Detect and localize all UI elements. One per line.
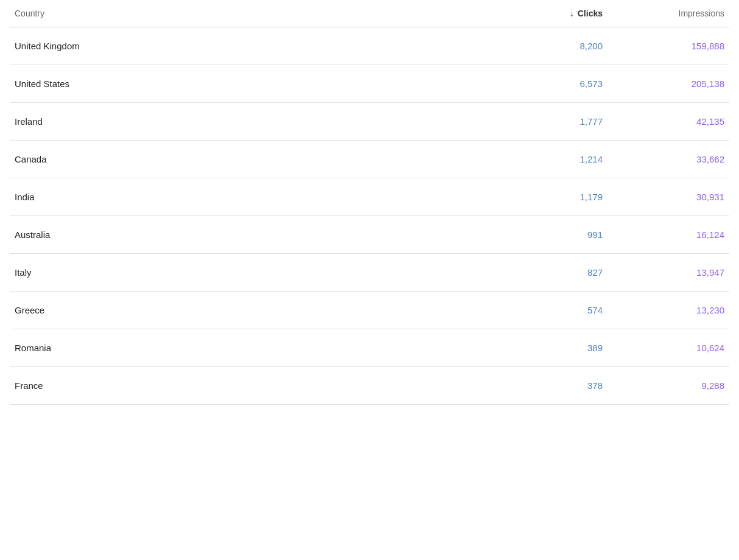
table-row: Greece 574 13,230 <box>10 292 729 329</box>
impressions-cell: 16,124 <box>603 229 724 240</box>
country-cell: India <box>15 192 481 202</box>
clicks-header-label: Clicks <box>578 9 603 18</box>
impressions-cell: 42,135 <box>603 116 724 127</box>
clicks-cell: 378 <box>481 380 603 391</box>
country-cell: France <box>15 380 481 391</box>
country-cell: United Kingdom <box>15 41 481 51</box>
table-row: Italy 827 13,947 <box>10 254 729 292</box>
clicks-cell: 8,200 <box>481 41 603 51</box>
table-row: India 1,179 30,931 <box>10 178 729 216</box>
impressions-cell: 205,138 <box>603 79 724 89</box>
country-cell: Ireland <box>15 116 481 127</box>
clicks-cell: 991 <box>481 229 603 240</box>
impressions-cell: 13,230 <box>603 305 724 315</box>
impressions-cell: 33,662 <box>603 154 724 164</box>
country-cell: Italy <box>15 267 481 278</box>
table-row: France 378 9,288 <box>10 367 729 405</box>
table-row: Canada 1,214 33,662 <box>10 141 729 178</box>
table-row: United States 6,573 205,138 <box>10 65 729 103</box>
data-table: Country ↓ Clicks Impressions United King… <box>0 0 739 560</box>
sort-arrow-icon: ↓ <box>570 9 574 18</box>
country-column-header: Country <box>15 9 481 18</box>
table-row: Romania 389 10,624 <box>10 329 729 367</box>
impressions-column-header[interactable]: Impressions <box>603 9 724 18</box>
clicks-cell: 389 <box>481 343 603 353</box>
impressions-cell: 9,288 <box>603 380 724 391</box>
impressions-cell: 10,624 <box>603 343 724 353</box>
impressions-cell: 30,931 <box>603 192 724 202</box>
clicks-column-header[interactable]: ↓ Clicks <box>481 9 603 18</box>
table-row: Australia 991 16,124 <box>10 216 729 254</box>
clicks-cell: 574 <box>481 305 603 315</box>
clicks-cell: 1,179 <box>481 192 603 202</box>
country-cell: Australia <box>15 229 481 240</box>
impressions-cell: 159,888 <box>603 41 724 51</box>
clicks-cell: 1,777 <box>481 116 603 127</box>
country-cell: Canada <box>15 154 481 164</box>
country-cell: Romania <box>15 343 481 353</box>
table-header-row: Country ↓ Clicks Impressions <box>10 0 729 27</box>
impressions-cell: 13,947 <box>603 267 724 278</box>
country-cell: United States <box>15 79 481 89</box>
clicks-cell: 6,573 <box>481 79 603 89</box>
clicks-cell: 827 <box>481 267 603 278</box>
table-row: United Kingdom 8,200 159,888 <box>10 27 729 65</box>
table-row: Ireland 1,777 42,135 <box>10 103 729 141</box>
clicks-cell: 1,214 <box>481 154 603 164</box>
country-cell: Greece <box>15 305 481 315</box>
table-body: United Kingdom 8,200 159,888 United Stat… <box>10 27 729 405</box>
